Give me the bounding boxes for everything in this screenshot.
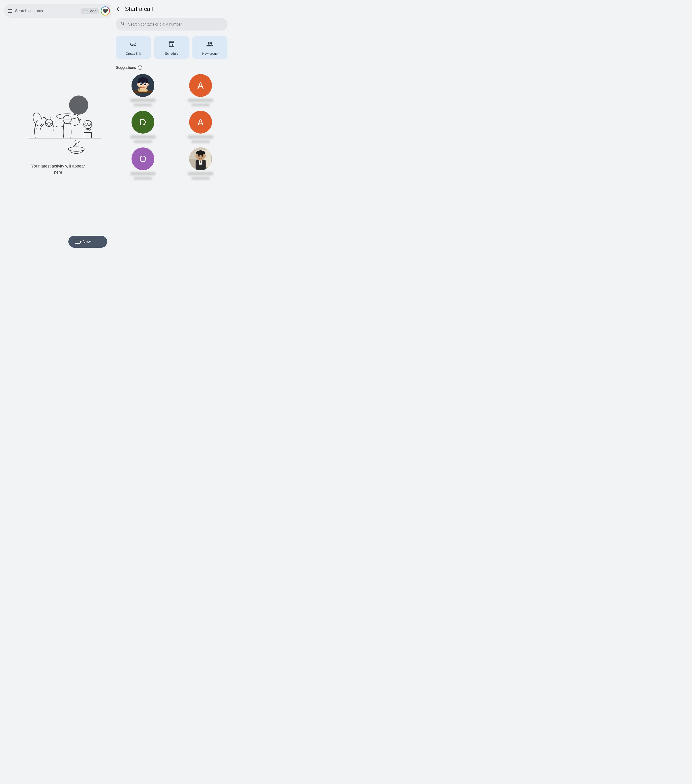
schedule-button[interactable]: Schedule	[154, 36, 189, 59]
dial-search-bar[interactable]: Search contacts or dial a number	[116, 18, 227, 31]
contact-detail-6	[191, 177, 210, 180]
contact-name-1	[130, 99, 155, 102]
suggestions-header: Suggestions i	[116, 66, 227, 70]
new-button-label: New	[82, 239, 91, 244]
action-buttons: Create link Schedule New group	[116, 36, 227, 59]
contact-avatar-3: D	[132, 111, 154, 133]
dial-search-placeholder: Search contacts or dial a number	[128, 22, 182, 26]
svg-point-5	[56, 114, 78, 119]
new-group-label: New group	[202, 52, 217, 55]
svg-point-27	[145, 84, 146, 84]
contact-avatar-1	[132, 74, 154, 97]
svg-rect-21	[138, 81, 148, 83]
suggestions-label: Suggestions	[116, 66, 136, 70]
search-bar[interactable]: Search contacts ⌨️ Code 🖤	[4, 4, 114, 18]
contact-card-2[interactable]: A	[173, 74, 227, 106]
illustration-svg	[15, 90, 101, 159]
contact-name-6	[188, 172, 213, 175]
contact-detail-3	[134, 140, 152, 143]
svg-point-39	[196, 150, 205, 155]
contact-name-2	[188, 99, 213, 102]
search-text: Search contacts	[15, 9, 78, 13]
create-link-label: Create link	[126, 52, 141, 55]
page-title: Start a call	[125, 5, 153, 13]
svg-point-41	[201, 155, 203, 157]
user-avatar[interactable]: 🖤	[101, 7, 110, 15]
info-icon[interactable]: i	[138, 66, 142, 70]
right-header: Start a call	[116, 5, 227, 13]
svg-point-26	[141, 84, 142, 84]
contact-name-4	[188, 135, 213, 138]
group-icon	[206, 41, 214, 49]
contact-card-6[interactable]	[173, 147, 227, 180]
hamburger-icon[interactable]	[8, 9, 12, 13]
search-icon	[120, 21, 125, 27]
empty-text: Your latest activity will appearhere	[31, 163, 85, 176]
svg-point-14	[68, 147, 84, 152]
link-icon	[130, 41, 137, 49]
contact-card-1[interactable]	[116, 74, 170, 106]
svg-point-42	[195, 155, 197, 157]
code-label: Code	[89, 9, 96, 13]
left-panel: Search contacts ⌨️ Code 🖤	[0, 0, 116, 262]
calendar-icon	[168, 41, 175, 49]
schedule-label: Schedule	[165, 52, 178, 55]
avatar-emoji: 🖤	[102, 8, 108, 14]
contact-detail-4	[191, 140, 210, 143]
contact-card-3[interactable]: D	[116, 111, 170, 143]
contact-name-5	[130, 172, 155, 175]
svg-point-8	[85, 123, 88, 125]
contact-detail-2	[191, 104, 210, 106]
contact-avatar-6	[189, 147, 212, 170]
contact-card-4[interactable]: A	[173, 111, 227, 143]
back-button[interactable]	[116, 7, 121, 12]
contact-detail-5	[134, 177, 152, 180]
right-panel: Start a call Search contacts or dial a n…	[111, 0, 232, 262]
contact-avatar-4: A	[189, 111, 212, 133]
create-link-button[interactable]: Create link	[116, 36, 151, 59]
contact-avatar-2: A	[189, 74, 212, 97]
contact-card-5[interactable]: O	[116, 147, 170, 180]
keyboard-icon: ⌨️	[83, 9, 87, 13]
illustration-area: Your latest activity will appearhere	[15, 18, 101, 262]
code-pill[interactable]: ⌨️ Code	[81, 8, 99, 14]
svg-point-9	[88, 123, 91, 125]
contact-avatar-5: O	[132, 147, 154, 170]
search-bar-right: ⌨️ Code 🖤	[81, 7, 110, 15]
svg-point-31	[147, 83, 149, 86]
contacts-grid: A D A O	[116, 74, 227, 180]
video-icon	[75, 240, 80, 244]
contact-detail-1	[134, 104, 152, 106]
svg-point-43	[204, 155, 206, 157]
contact-name-3	[130, 135, 155, 138]
new-group-button[interactable]: New group	[193, 36, 227, 59]
svg-point-40	[198, 155, 200, 157]
svg-point-2	[31, 112, 44, 127]
new-button[interactable]: New	[68, 236, 107, 248]
svg-point-30	[137, 83, 139, 86]
svg-point-0	[69, 96, 88, 115]
